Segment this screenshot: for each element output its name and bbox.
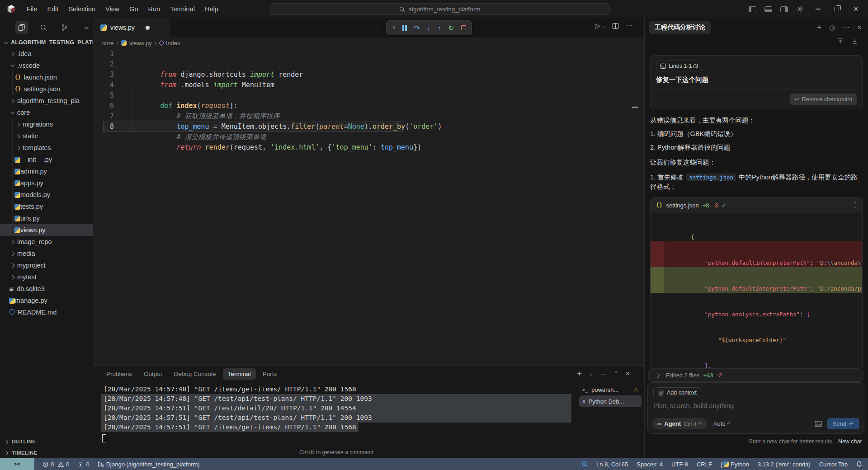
menu-item[interactable]: File (22, 4, 42, 14)
tree-item[interactable]: image_repo (0, 236, 93, 248)
expand-collapse-icon[interactable]: ⌃⌄ (853, 202, 857, 208)
add-context-button[interactable]: @ Add context (653, 387, 701, 398)
diff-code[interactable]: { "python.defaultInterpreterPath": "D:\\… (651, 213, 862, 368)
eol-sequence[interactable]: CRLF (697, 461, 712, 468)
menu-item[interactable]: Selection (63, 4, 100, 14)
code-line[interactable]: 7 # 渲染模板并传递顶级菜单项 (93, 111, 644, 122)
panel-tab[interactable]: Terminal (223, 368, 256, 380)
terminal-session-item[interactable]: ⚙ Python Deb... (579, 395, 642, 407)
tree-item[interactable]: urls.py (0, 212, 93, 224)
tree-item[interactable]: mytest (0, 271, 93, 283)
editor-more-actions-icon[interactable]: ⋯ (626, 22, 632, 30)
modified-dot-icon[interactable] (146, 26, 150, 30)
tree-item[interactable]: migrations (0, 118, 93, 130)
run-dropdown-icon[interactable]: ⌄ (602, 24, 605, 28)
problems-status[interactable]: 0 0 (42, 461, 69, 468)
code-editor[interactable]: 1 from django.shortcuts import render 2 … (93, 49, 644, 132)
menu-item[interactable]: Help (200, 4, 223, 14)
terminal-dropdown-icon[interactable]: ⌄ (589, 371, 593, 377)
breadcrumb[interactable]: core › views.py › index (93, 37, 644, 49)
gear-icon[interactable] (797, 5, 804, 13)
history-icon[interactable]: ◷ (829, 24, 835, 32)
interpreter-selector[interactable]: 3.13.2 ('env': conda) (758, 461, 811, 468)
breadcrumb-file[interactable]: views.py (129, 40, 152, 47)
tree-item[interactable]: admin.py (0, 165, 93, 177)
drag-handle-icon[interactable]: ⠿ (392, 25, 395, 31)
tab-views-py[interactable]: views.py (93, 18, 170, 37)
code-line[interactable]: 2 from .models import MenuItem (93, 59, 644, 70)
breadcrumb-folder[interactable]: core (102, 40, 113, 47)
model-selector[interactable]: Auto (713, 420, 731, 427)
scroll-to-bottom-icon[interactable] (852, 38, 858, 44)
remote-indicator[interactable]: >< (0, 458, 34, 470)
breadcrumb-symbol[interactable]: index (166, 40, 180, 47)
tree-item[interactable]: {} settings.json (0, 83, 93, 95)
encoding[interactable]: UTF-8 (671, 461, 688, 468)
tree-item[interactable]: .idea (0, 48, 93, 60)
toggle-left-sidebar-icon[interactable] (749, 6, 756, 12)
code-line[interactable]: 8 return render(request, 'index.html', {… (93, 122, 644, 132)
run-python-button[interactable]: ▷ (595, 22, 600, 30)
tree-item[interactable]: apps.py (0, 177, 93, 189)
zoom-indicator-icon[interactable] (581, 461, 588, 467)
panel-tab[interactable]: Output (139, 368, 167, 380)
step-out-button[interactable]: ↑ (438, 24, 441, 31)
restart-button[interactable]: ↻ (448, 24, 454, 31)
sidebar-section-header[interactable]: OUTLINE (0, 436, 93, 447)
tree-item[interactable]: core (0, 107, 93, 118)
tree-item[interactable]: tests.py (0, 201, 93, 212)
menu-item[interactable]: Edit (42, 4, 63, 14)
global-search-input[interactable]: algorithm_testing_platform (270, 3, 610, 15)
tree-item[interactable]: algorithm_testing_pla (0, 95, 93, 107)
terminal-output[interactable]: [28/Mar/2025 14:57:48] "GET /items/get-i… (101, 385, 571, 432)
tree-item[interactable]: static (0, 130, 93, 142)
code-line[interactable]: 4 def index(request): (93, 80, 644, 90)
menu-item[interactable]: Go (124, 4, 143, 14)
source-control-icon[interactable] (59, 21, 71, 34)
language-mode[interactable]: { Python (721, 461, 749, 468)
tree-item[interactable]: {} launch.json (0, 71, 93, 83)
search-icon[interactable] (37, 21, 50, 34)
maximize-panel-icon[interactable]: ⌃ (614, 371, 618, 377)
cursor-tab-toggle[interactable]: Cursor Tab (819, 461, 848, 468)
workspace-root[interactable]: ALGORITHM_TESTING_PLATFORM (0, 37, 93, 48)
send-button[interactable]: Send ↵ (827, 418, 859, 429)
forwarded-ports-status[interactable]: 0 (77, 461, 89, 468)
attach-image-icon[interactable] (815, 421, 822, 427)
toggle-bottom-panel-icon[interactable] (764, 6, 772, 12)
tree-item[interactable]: myproject (0, 259, 93, 271)
step-over-button[interactable]: ↷ (414, 24, 420, 31)
new-chat-link[interactable]: New chat (838, 438, 862, 445)
agent-mode-selector[interactable]: ∞ Agent Ctrl+I (652, 418, 707, 429)
panel-more-icon[interactable]: ⋯ (600, 370, 607, 377)
code-line[interactable]: 1 from django.shortcuts import render (93, 49, 644, 59)
tree-item[interactable]: ⓘ README.md (0, 306, 93, 318)
minimize-button[interactable] (810, 3, 826, 15)
bell-icon[interactable] (856, 461, 862, 467)
inline-code-chip[interactable]: settings.json (686, 174, 736, 181)
menu-item[interactable]: Run (143, 4, 165, 14)
code-line[interactable]: 6 top_menu = MenuItem.objects.filter(par… (93, 101, 644, 111)
close-panel-icon[interactable]: × (626, 370, 630, 378)
scroll-to-top-icon[interactable] (837, 38, 844, 44)
panel-tab[interactable]: Problems (101, 368, 137, 380)
tree-item[interactable]: manage.py (0, 295, 93, 306)
menu-item[interactable]: Terminal (165, 4, 200, 14)
edited-files-summary[interactable]: Edited 2 files +43 -2 (648, 368, 863, 382)
tree-item[interactable]: models.py (0, 189, 93, 201)
more-views-chevron-icon[interactable] (80, 21, 93, 34)
step-into-button[interactable]: ↓ (427, 24, 430, 31)
composer-input[interactable]: Plan, search, build anything (653, 402, 859, 409)
tree-item[interactable]: media (0, 248, 93, 259)
menu-item[interactable]: View (100, 4, 124, 14)
close-button[interactable]: × (848, 3, 863, 15)
chat-title[interactable]: 工程代码分析讨论 (649, 21, 711, 34)
indentation[interactable]: Spaces: 4 (637, 461, 663, 468)
tree-item[interactable]: templates (0, 142, 93, 154)
tree-item[interactable]: __init__.py (0, 154, 93, 165)
diff-block-header[interactable]: {} settings.json +8 -3 ✓ ⌃⌄ (651, 197, 862, 213)
restore-checkpoint-button[interactable]: ↩ Restore checkpoint (790, 94, 857, 105)
stop-button[interactable] (461, 25, 466, 30)
explorer-icon[interactable] (15, 21, 28, 34)
terminal-session-item[interactable]: >_ powersh... ⚠ (579, 384, 642, 395)
